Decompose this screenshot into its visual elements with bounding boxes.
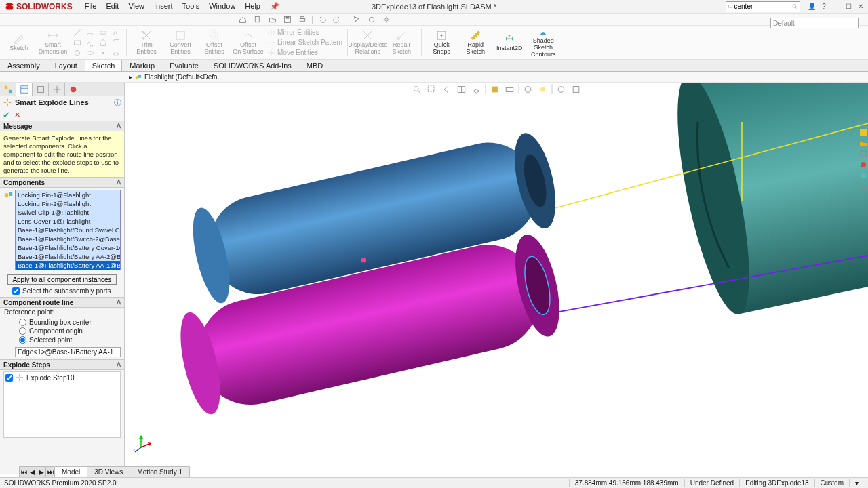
list-item[interactable]: Base-1@Flashlight/Battery AA-1@Base: [16, 261, 120, 270]
tab-nav-first-icon[interactable]: ⏮: [19, 466, 28, 477]
menu-insert[interactable]: Insert: [150, 1, 177, 12]
ellipse-icon[interactable]: [85, 48, 96, 58]
convert-button[interactable]: Convert Entities: [164, 27, 197, 58]
render-tools-icon[interactable]: [570, 84, 583, 95]
component-list[interactable]: Locking Pin-1@Flashlight Locking Pin-2@F…: [15, 190, 121, 270]
forum-icon[interactable]: [859, 182, 868, 191]
search-icon[interactable]: [792, 3, 798, 10]
point-icon[interactable]: [98, 48, 108, 58]
tab-3d-views[interactable]: 3D Views: [87, 466, 130, 477]
cancel-button[interactable]: ✕: [14, 110, 20, 119]
smart-dimension-button[interactable]: Smart Dimension: [37, 27, 69, 58]
display-relations-button[interactable]: Display/Delete Relations: [351, 27, 384, 58]
tab-nav-prev-icon[interactable]: ◀: [28, 466, 37, 477]
orientation-triad[interactable]: z: [133, 434, 153, 454]
tab-addins[interactable]: SOLIDWORKS Add-Ins: [206, 60, 299, 71]
search-input[interactable]: [734, 3, 792, 10]
tab-model[interactable]: Model: [54, 466, 87, 477]
view-orientation-icon[interactable]: [471, 84, 483, 95]
tab-nav-next-icon[interactable]: ▶: [37, 466, 46, 477]
open-icon[interactable]: [267, 15, 278, 24]
tab-markup[interactable]: Markup: [122, 60, 162, 71]
options-icon[interactable]: [381, 15, 392, 24]
list-item[interactable]: Locking Pin-1@Flashlight: [16, 190, 120, 199]
menu-file[interactable]: File: [81, 1, 101, 12]
menu-help[interactable]: Help: [241, 1, 264, 12]
sketch-button[interactable]: Sketch: [3, 27, 35, 58]
custom-props-icon[interactable]: [859, 171, 868, 180]
move-entities-button[interactable]: Move Entities: [266, 48, 344, 58]
display-style-icon[interactable]: [489, 84, 501, 95]
slot-icon[interactable]: [98, 28, 108, 37]
file-explorer-icon[interactable]: [859, 138, 868, 148]
line-icon[interactable]: [72, 28, 83, 37]
components-header[interactable]: Componentsᐱ: [0, 177, 124, 188]
view-settings-icon[interactable]: [555, 84, 568, 95]
ref-selected-point[interactable]: Selected point: [19, 336, 119, 344]
explode-steps-list[interactable]: Explode Step10: [3, 371, 121, 438]
tab-evaluate[interactable]: Evaluate: [162, 60, 206, 71]
rebuild-icon[interactable]: [366, 15, 377, 24]
status-unit-icon[interactable]: ▾: [849, 479, 864, 487]
design-lib-icon[interactable]: [859, 127, 868, 137]
redo-icon[interactable]: [332, 15, 342, 24]
hide-show-icon[interactable]: [504, 84, 516, 95]
tab-assembly[interactable]: Assembly: [0, 60, 47, 71]
route-line-header[interactable]: Component route lineᐱ: [0, 297, 124, 308]
section-view-icon[interactable]: [456, 84, 468, 95]
list-item[interactable]: Base-1@Flashlight/Battery AA-2@Base: [16, 252, 120, 261]
menu-view[interactable]: View: [124, 1, 149, 12]
instant2d-button[interactable]: Instant2D: [493, 27, 526, 58]
tab-motion-study[interactable]: Motion Study 1: [130, 466, 190, 477]
menu-pin-icon[interactable]: 📌: [266, 1, 283, 12]
explode-steps-header[interactable]: Explode Stepsᐱ: [0, 359, 124, 370]
edge-selection-box[interactable]: Edge<1>@Base-1/Battery AA-1: [15, 347, 121, 357]
fillet-icon[interactable]: [111, 38, 121, 47]
explode-step-item[interactable]: Explode Step10: [5, 373, 119, 382]
list-item[interactable]: Locking Pin-2@Flashlight: [16, 199, 120, 208]
text-icon[interactable]: A: [111, 28, 121, 37]
command-search[interactable]: [726, 1, 800, 12]
tab-nav-last-icon[interactable]: ⏭: [45, 466, 55, 477]
list-item[interactable]: Base-1@Flashlight/Switch-2@Base: [16, 235, 120, 243]
help-circle-icon[interactable]: ⓘ: [114, 98, 121, 108]
dim-tab-icon[interactable]: [49, 83, 65, 96]
undo-icon[interactable]: [317, 15, 328, 24]
ref-component-origin[interactable]: Component origin: [19, 327, 119, 336]
breadcrumb-chevron-icon[interactable]: ▸: [129, 73, 132, 81]
save-icon[interactable]: [282, 15, 293, 24]
help-icon[interactable]: ?: [819, 2, 829, 12]
menu-tools[interactable]: Tools: [178, 1, 204, 12]
appearance-tab-icon[interactable]: [65, 83, 81, 96]
arc-icon[interactable]: [85, 28, 96, 37]
rect-icon[interactable]: [72, 38, 83, 47]
property-tab-icon[interactable]: [16, 83, 33, 96]
list-item[interactable]: Swivel Clip-1@Flashlight: [16, 208, 120, 217]
config-combo[interactable]: Default: [770, 18, 859, 28]
shaded-contours-button[interactable]: Shaded Sketch Contours: [527, 27, 559, 58]
apply-all-button[interactable]: Apply to all component instances: [7, 274, 116, 285]
status-custom[interactable]: Custom: [814, 479, 849, 487]
config-tab-icon[interactable]: [33, 83, 49, 96]
user-icon[interactable]: 👤: [807, 2, 816, 12]
apply-scene-icon[interactable]: [537, 84, 549, 95]
offset-surf-button[interactable]: Offset On Surface: [232, 27, 264, 58]
minimize-icon[interactable]: —: [831, 2, 841, 12]
menu-window[interactable]: Window: [205, 1, 239, 12]
breadcrumb-text[interactable]: Flashlight (Default<Defa...: [144, 73, 223, 81]
trim-button[interactable]: Trim Entities: [130, 27, 163, 58]
circle-icon[interactable]: [72, 48, 83, 58]
feature-tree-tab-icon[interactable]: [0, 83, 16, 96]
tab-layout[interactable]: Layout: [47, 60, 85, 71]
ok-button[interactable]: ✔: [3, 110, 10, 120]
list-item[interactable]: Base-1@Flashlight/Battery Cover-1@B: [16, 243, 120, 252]
linear-pattern-button[interactable]: Linear Sketch Pattern: [266, 38, 344, 47]
repair-sketch-button[interactable]: Repair Sketch: [385, 27, 418, 58]
select-subassembly-checkbox[interactable]: Select the subassembly parts: [0, 287, 124, 297]
view-palette-icon[interactable]: [859, 149, 868, 159]
poly-icon[interactable]: [98, 38, 108, 47]
resources-icon[interactable]: [859, 117, 868, 126]
edit-appearance-icon[interactable]: [522, 84, 534, 95]
home-icon[interactable]: [237, 15, 248, 24]
select-icon[interactable]: [351, 15, 362, 24]
